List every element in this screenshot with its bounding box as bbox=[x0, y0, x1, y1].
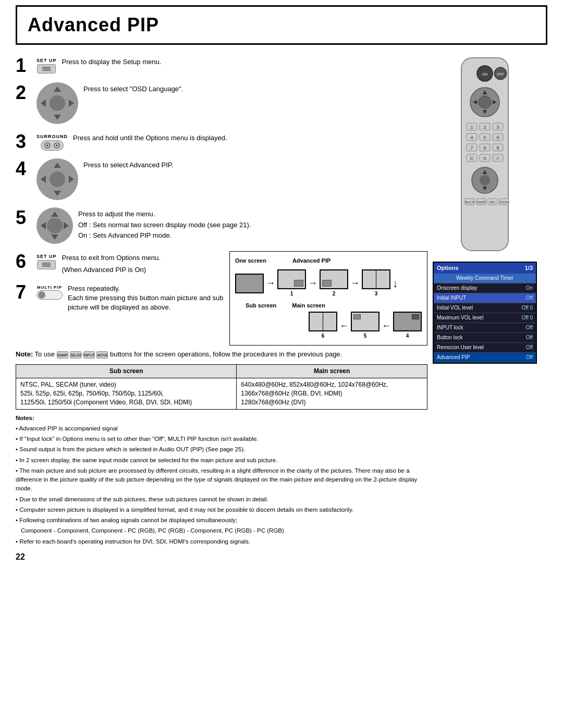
multi-pip-button[interactable]: MULTI PIP bbox=[36, 285, 63, 300]
note-text2: buttons for the screen operations, follo… bbox=[110, 350, 342, 358]
step-7-row: 7 MULTI PIP Pre bbox=[16, 282, 224, 313]
dpad-up-2[interactable] bbox=[54, 163, 61, 168]
dpad-right-3[interactable] bbox=[64, 222, 69, 229]
pip-screen-6-wrap: 6 bbox=[309, 312, 337, 340]
dpad-down-1[interactable] bbox=[54, 115, 61, 120]
step-67-section: 6 SET UP bbox=[16, 251, 427, 346]
dpad-right-1[interactable] bbox=[69, 100, 74, 107]
svg-point-4 bbox=[46, 144, 48, 146]
svg-text:C: C bbox=[470, 156, 474, 161]
dpad-up-1[interactable] bbox=[54, 87, 61, 92]
step-7-number: 7 bbox=[16, 282, 36, 302]
input-btn-note: INPUT bbox=[83, 351, 95, 359]
svg-text:1: 1 bbox=[470, 125, 473, 130]
setup-btn-rect-6[interactable] bbox=[37, 260, 56, 269]
osd-advpip-value: Off bbox=[526, 354, 533, 361]
pip-screen-full bbox=[235, 274, 264, 293]
pip-number-6: 6 bbox=[322, 332, 325, 340]
step-6-icon: SET UP bbox=[36, 251, 57, 270]
pip-half-left bbox=[363, 270, 376, 288]
table-header-row: Sub screen Main screen bbox=[16, 365, 427, 378]
dpad-right-2[interactable] bbox=[69, 176, 74, 183]
pip-screen-6 bbox=[309, 312, 337, 331]
table-col-main: Main screen bbox=[237, 365, 427, 378]
dpad-center-2[interactable] bbox=[50, 171, 65, 187]
step-5-main: Press to adjust the menu. bbox=[78, 209, 427, 219]
osd-row-remocon: Remocon User level Off bbox=[434, 343, 536, 353]
step-5-text: Press to adjust the menu. Off : Sets nor… bbox=[78, 207, 427, 240]
svg-text:MULTI: MULTI bbox=[465, 201, 474, 204]
surround-rect[interactable] bbox=[41, 140, 64, 151]
step-5-off: Off : Sets normal two screen display mod… bbox=[78, 220, 427, 230]
step-1-content: SET UP Press to display the Setup menu. bbox=[36, 55, 427, 75]
svg-point-6 bbox=[56, 144, 58, 146]
svg-text:ON: ON bbox=[482, 72, 488, 76]
notes-bullet-4: • The main picture and sub picture are p… bbox=[16, 466, 427, 493]
setup-btn-rect-1[interactable] bbox=[37, 64, 56, 73]
svg-text:3: 3 bbox=[496, 125, 499, 130]
svg-text:SWAP: SWAP bbox=[476, 201, 485, 204]
pip-arrow-4-down: ↓ bbox=[393, 276, 398, 291]
pip-half-6-left bbox=[310, 313, 323, 330]
step-5-on: On : Sets Advanced PIP mode. bbox=[78, 231, 427, 240]
dpad-down-2[interactable] bbox=[54, 191, 61, 196]
menu-icon bbox=[41, 66, 52, 71]
surround-icon bbox=[44, 142, 60, 149]
svg-text:5: 5 bbox=[483, 135, 486, 140]
multi-pip-slider[interactable] bbox=[36, 290, 63, 300]
step-4-content: Press to select Advanced PIP. bbox=[36, 158, 427, 200]
svg-text:2: 2 bbox=[483, 125, 486, 130]
step-3-number: 3 bbox=[16, 131, 36, 151]
step-3-icon: SURROUND bbox=[36, 131, 68, 151]
notes-bullet-6: • Computer screen picture is displayed i… bbox=[16, 505, 427, 514]
pip-screen-2 bbox=[320, 269, 348, 289]
dpad-left-3[interactable] bbox=[41, 222, 46, 229]
pip-number-5: 5 bbox=[364, 332, 367, 340]
notes-bullet-3: • In 2 screen display, the same input mo… bbox=[16, 456, 427, 465]
step-1-row: 1 SET UP bbox=[16, 55, 427, 75]
pip-screen-2-wrap: 2 bbox=[320, 269, 348, 298]
dpad-2[interactable] bbox=[36, 158, 78, 200]
osd-panel: Options 1/3 Weekly Command Timer Onscree… bbox=[433, 262, 537, 364]
pip-diagram: One screen Advanced PIP → bbox=[229, 251, 427, 346]
dpad-left-2[interactable] bbox=[41, 176, 46, 183]
dpad-1[interactable] bbox=[36, 82, 78, 124]
title-bar: Advanced PIP bbox=[16, 5, 547, 45]
step-5-number: 5 bbox=[16, 207, 36, 227]
osd-maxvol-value: Off 0 bbox=[522, 314, 533, 322]
dpad-3[interactable] bbox=[36, 207, 73, 244]
dpad-center-1[interactable] bbox=[50, 95, 65, 111]
dpad-center-3[interactable] bbox=[47, 218, 63, 233]
svg-text:0: 0 bbox=[483, 156, 486, 161]
step-1-icon: SET UP bbox=[36, 55, 57, 75]
screen-table: Sub screen Main screen NTSC, PAL, SECAM … bbox=[16, 364, 427, 409]
osd-buttonlock-label: Button lock bbox=[437, 334, 526, 341]
setup-button-6[interactable]: SET UP bbox=[36, 253, 57, 269]
move-btn-note: MOVE bbox=[96, 351, 108, 359]
step-6-content: SET UP bbox=[36, 251, 224, 274]
step-6-main: Press to exit from Options menu. bbox=[62, 253, 224, 263]
pip-screen-5-wrap: 5 bbox=[351, 312, 380, 340]
setup-button-1[interactable]: SET UP bbox=[36, 57, 57, 73]
step-7-sub: Each time pressing this button main pict… bbox=[68, 293, 224, 312]
step-6-text: Press to exit from Options menu. (When A… bbox=[62, 251, 224, 274]
step-1-number: 1 bbox=[16, 55, 36, 75]
pip-mini-5 bbox=[353, 314, 361, 319]
osd-inputlock-value: Off bbox=[526, 324, 533, 331]
surround-button[interactable]: SURROUND bbox=[36, 133, 68, 151]
pip-screen-3-wrap: 3 bbox=[362, 269, 390, 298]
osd-row-inputlock: INPUT lock Off bbox=[434, 323, 536, 333]
step-67-left: 6 SET UP bbox=[16, 251, 224, 319]
dpad-down-3[interactable] bbox=[51, 235, 58, 240]
step-7-text: Press repeatedly. Each time pressing thi… bbox=[68, 282, 224, 313]
notes-title: Notes: bbox=[16, 415, 34, 421]
pip-arrow-2: → bbox=[308, 277, 317, 290]
osd-weekly-label: Weekly Command Timer bbox=[456, 275, 513, 282]
svg-text:ZOOM: ZOOM bbox=[499, 201, 509, 204]
pip-mini-4 bbox=[412, 314, 419, 319]
dpad-left-1[interactable] bbox=[41, 100, 46, 107]
osd-row-maxvol: Maximum VOL level Off 0 bbox=[434, 313, 536, 323]
step-3-row: 3 SURROUND bbox=[16, 131, 427, 151]
dpad-up-3[interactable] bbox=[51, 212, 58, 217]
pip-arrow-1: → bbox=[266, 277, 275, 290]
